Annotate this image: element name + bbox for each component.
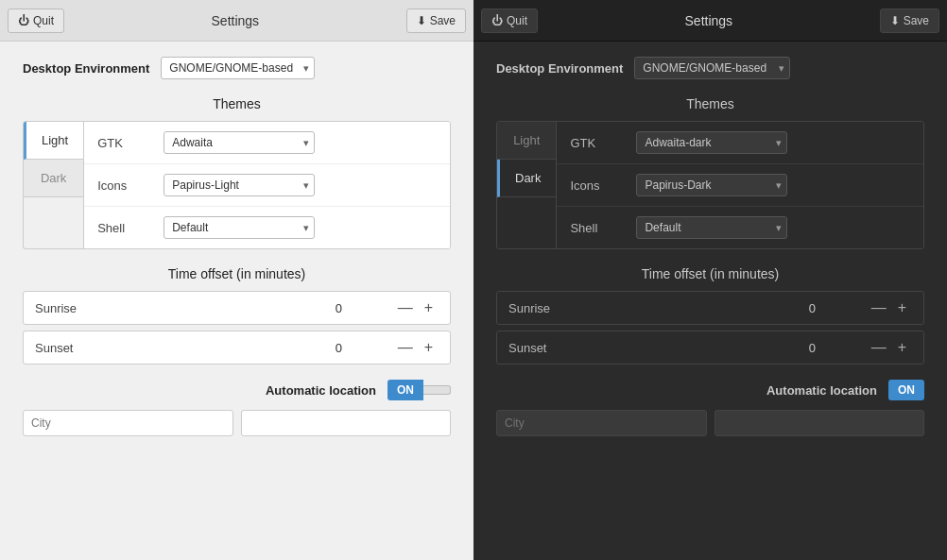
light-titlebar: ⏻ Quit Settings ⬇ Save [0, 0, 474, 42]
dark-save-button[interactable]: ⬇ Save [880, 8, 939, 33]
dark-quit-label: Quit [507, 14, 527, 27]
dark-tab-light[interactable]: Light [497, 122, 556, 160]
light-quit-button[interactable]: ⏻ Quit [8, 8, 64, 33]
light-env-row: Desktop Environment GNOME/GNOME-based [23, 57, 451, 79]
dark-theme-tabs: Light Dark [497, 122, 557, 248]
dark-city-row [496, 410, 924, 436]
light-env-select-wrapper: GNOME/GNOME-based [161, 57, 315, 79]
light-themes-rows: GTK Adwaita Icons Papirus-Light [84, 122, 450, 248]
light-sunrise-row: Sunrise — + [23, 291, 451, 325]
light-gtk-select[interactable]: Adwaita [164, 131, 315, 154]
light-sunset-row: Sunset — + [23, 331, 451, 365]
light-auto-location-on[interactable]: ON [387, 380, 423, 400]
light-tab-light[interactable]: Light [24, 122, 83, 160]
dark-city-input[interactable] [496, 410, 707, 436]
light-save-button[interactable]: ⬇ Save [406, 8, 466, 33]
dark-content: Desktop Environment GNOME/GNOME-based Th… [474, 42, 947, 560]
dark-auto-location-on[interactable]: ON [888, 380, 924, 400]
dark-gtk-select[interactable]: Adwaita-dark [636, 131, 787, 154]
dark-sunset-plus[interactable]: + [892, 339, 912, 356]
light-env-select[interactable]: GNOME/GNOME-based [161, 57, 315, 79]
light-time-offset-section: Time offset (in minutes) Sunrise — + Sun… [23, 266, 451, 365]
light-tab-dark[interactable]: Dark [24, 160, 83, 197]
dark-sunset-input[interactable] [809, 341, 866, 355]
light-shell-select[interactable]: Default [164, 216, 315, 239]
dark-themes-title: Themes [496, 96, 924, 111]
light-theme-tabs: Light Dark [24, 122, 84, 248]
light-city-row [23, 410, 451, 436]
dark-env-row: Desktop Environment GNOME/GNOME-based [496, 57, 924, 79]
light-save-label: Save [430, 14, 456, 27]
dark-time-offset-section: Time offset (in minutes) Sunrise — + Sun… [496, 266, 924, 365]
theme-row-shell-dark: Shell Default [557, 207, 923, 248]
light-auto-location-row: Automatic location ON [23, 380, 451, 400]
light-auto-location-off[interactable] [423, 385, 451, 395]
dark-save-label: Save [904, 14, 929, 27]
light-sunrise-input[interactable] [336, 301, 392, 315]
light-sunset-minus[interactable]: — [392, 339, 419, 356]
dark-sunset-minus[interactable]: — [866, 339, 892, 356]
dark-themes-rows: GTK Adwaita-dark Icons Papirus-Dark [557, 122, 923, 248]
dark-quit-icon: ⏻ [491, 14, 503, 27]
theme-row-icons-light: Icons Papirus-Light [84, 164, 450, 207]
theme-row-shell-light: Shell Default [84, 207, 450, 248]
dark-sunrise-minus[interactable]: — [866, 299, 892, 316]
light-env-label: Desktop Environment [23, 61, 149, 76]
dark-panel: ⏻ Quit Settings ⬇ Save Desktop Environme… [474, 0, 947, 560]
dark-sunrise-row: Sunrise — + [496, 291, 924, 325]
dark-sunrise-plus[interactable]: + [892, 299, 912, 316]
light-time-title: Time offset (in minutes) [23, 266, 451, 281]
light-themes-title: Themes [23, 96, 451, 111]
save-icon: ⬇ [417, 14, 426, 27]
light-quit-label: Quit [33, 14, 54, 27]
dark-env-label: Desktop Environment [496, 61, 623, 76]
light-sunset-plus[interactable]: + [419, 339, 439, 356]
theme-row-gtk-dark: GTK Adwaita-dark [557, 122, 923, 164]
dark-title: Settings [685, 13, 733, 28]
light-sunrise-plus[interactable]: + [419, 299, 439, 316]
dark-auto-location-row: Automatic location ON [496, 380, 924, 400]
light-panel: ⏻ Quit Settings ⬇ Save Desktop Environme… [0, 0, 474, 560]
dark-shell-select[interactable]: Default [636, 216, 787, 239]
dark-themes-container: Light Dark GTK Adwaita-dark Icons [496, 121, 924, 249]
quit-icon: ⏻ [18, 14, 29, 27]
light-themes-container: Light Dark GTK Adwaita [24, 122, 450, 248]
dark-time-title: Time offset (in minutes) [496, 266, 924, 281]
light-sunset-input[interactable] [336, 341, 392, 355]
dark-sunset-row: Sunset — + [496, 331, 924, 365]
dark-save-icon: ⬇ [890, 14, 900, 27]
light-city-input[interactable] [23, 410, 233, 436]
dark-titlebar: ⏻ Quit Settings ⬇ Save [474, 0, 947, 42]
theme-row-gtk-light: GTK Adwaita [84, 122, 450, 164]
light-city-input2[interactable] [241, 410, 452, 436]
light-themes-table: Light Dark GTK Adwaita [23, 121, 451, 249]
light-content: Desktop Environment GNOME/GNOME-based Th… [0, 42, 474, 560]
theme-row-icons-dark: Icons Papirus-Dark [557, 164, 923, 207]
light-sunrise-minus[interactable]: — [392, 299, 419, 316]
dark-env-select[interactable]: GNOME/GNOME-based [634, 57, 790, 79]
dark-icons-select[interactable]: Papirus-Dark [636, 174, 787, 196]
dark-sunrise-input[interactable] [809, 301, 866, 315]
dark-tab-dark[interactable]: Dark [497, 160, 556, 197]
light-title: Settings [212, 13, 260, 28]
dark-quit-button[interactable]: ⏻ Quit [481, 8, 538, 33]
dark-city-input2[interactable] [715, 410, 925, 436]
light-icons-select[interactable]: Papirus-Light [164, 174, 315, 196]
